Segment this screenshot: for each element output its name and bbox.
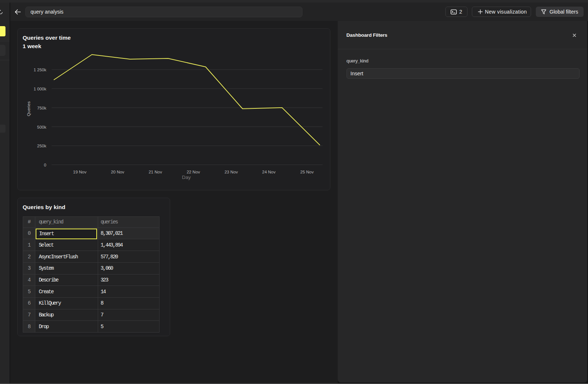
svg-text:25 Nov: 25 Nov (300, 170, 314, 174)
svg-text:20 Nov: 20 Nov (111, 170, 124, 174)
svg-text:750k: 750k (37, 106, 46, 110)
svg-text:Day: Day (182, 175, 190, 180)
svg-text:250k: 250k (37, 144, 46, 148)
svg-text:21 Nov: 21 Nov (148, 170, 162, 174)
svg-text:1 250k: 1 250k (33, 68, 46, 72)
svg-text:1 000k: 1 000k (33, 87, 46, 91)
svg-text:0: 0 (44, 163, 46, 167)
svg-text:24 Nov: 24 Nov (262, 170, 276, 174)
svg-text:19 Nov: 19 Nov (73, 170, 86, 174)
svg-text:23 Nov: 23 Nov (224, 170, 238, 174)
svg-text:Queries: Queries (26, 101, 31, 116)
svg-text:500k: 500k (37, 125, 46, 129)
svg-text:22 Nov: 22 Nov (186, 170, 200, 174)
